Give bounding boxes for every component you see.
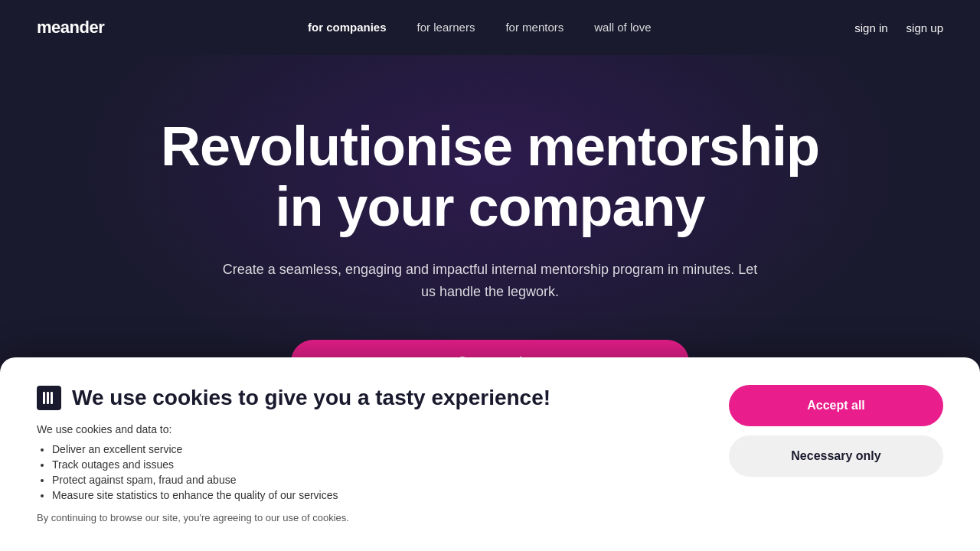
sign-up-link[interactable]: sign up [906, 21, 943, 34]
svg-rect-1 [47, 392, 49, 404]
nav-item-mentors[interactable]: for mentors [505, 21, 564, 34]
cookie-list-item: Deliver an excellent service [52, 443, 692, 455]
cookie-content: We use cookies to give you a tasty exper… [37, 385, 692, 523]
nav-item-learners[interactable]: for learners [417, 21, 475, 34]
cookie-agreement: By continuing to browse our site, you're… [37, 512, 692, 523]
nav-auth: sign in sign up [854, 21, 943, 34]
logo[interactable]: meander [37, 18, 104, 37]
hero-heading: Revolutionise mentorship in your company [145, 116, 835, 237]
necessary-only-button[interactable]: Necessary only [729, 435, 943, 477]
cookie-list-item: Measure site statistics to enhance the q… [52, 489, 692, 501]
cookie-list-item: Track outages and issues [52, 458, 692, 471]
cookie-banner: We use cookies to give you a tasty exper… [0, 357, 980, 551]
cookie-title-area: We use cookies to give you a tasty exper… [37, 385, 692, 411]
svg-rect-0 [43, 392, 45, 404]
svg-rect-2 [51, 392, 53, 404]
accept-all-button[interactable]: Accept all [729, 385, 943, 426]
navigation: meander for companies for learners for m… [0, 0, 980, 55]
sign-in-link[interactable]: sign in [854, 21, 887, 34]
cookie-actions: Accept all Necessary only [729, 385, 943, 477]
nav-item-wall-of-love[interactable]: wall of love [594, 21, 651, 34]
hero-subheading: Create a seamless, engaging and impactfu… [222, 259, 758, 303]
nav-links: for companies for learners for mentors w… [308, 21, 651, 34]
cookie-description: We use cookies and data to: [37, 423, 692, 435]
cookie-icon [37, 386, 61, 410]
cookie-heading: We use cookies to give you a tasty exper… [72, 385, 550, 411]
nav-item-companies[interactable]: for companies [308, 21, 387, 34]
cookie-list-item: Protect against spam, fraud and abuse [52, 474, 692, 486]
cookie-list: Deliver an excellent service Track outag… [37, 443, 692, 501]
